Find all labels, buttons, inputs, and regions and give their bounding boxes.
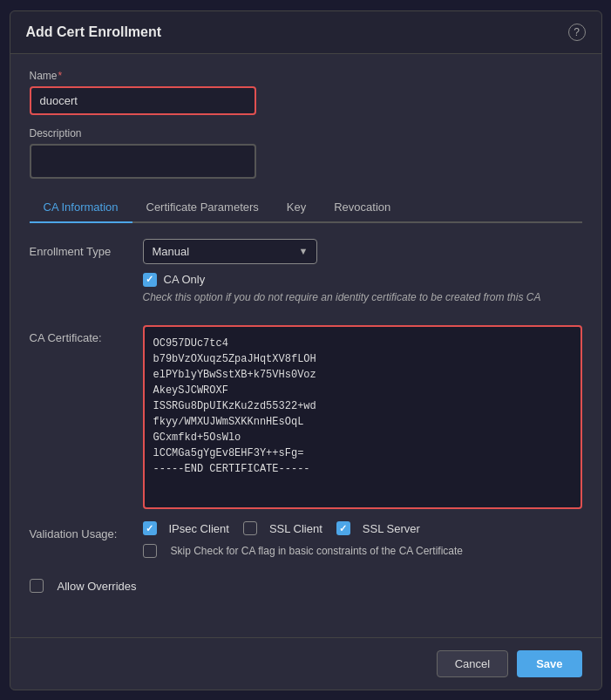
ssl-server-checkbox[interactable] xyxy=(336,521,350,535)
ca-only-checkbox[interactable] xyxy=(143,273,157,287)
tabs-row: CA Information Certificate Parameters Ke… xyxy=(30,193,582,223)
ssl-client-checkbox[interactable] xyxy=(243,521,257,535)
description-input[interactable] xyxy=(30,144,256,179)
validation-usage-label: Validation Usage: xyxy=(30,521,143,540)
name-label: Name xyxy=(30,70,582,82)
ssl-server-label: SSL Server xyxy=(363,522,420,535)
cancel-button[interactable]: Cancel xyxy=(437,650,508,677)
enrollment-type-select[interactable]: Manual SCEP EST xyxy=(143,239,317,264)
ipsec-client-label: IPsec Client xyxy=(169,522,229,535)
ca-only-desc: Check this option if you do not require … xyxy=(143,290,582,305)
save-button[interactable]: Save xyxy=(517,650,581,677)
enrollment-type-row: Enrollment Type Manual SCEP EST ▼ CA Onl… xyxy=(30,239,582,314)
dialog-header: Add Cert Enrollment ? xyxy=(10,11,601,54)
allow-overrides-row: Allow Overrides xyxy=(30,579,582,593)
tab-ca-information[interactable]: CA Information xyxy=(30,193,132,223)
cert-textarea-wrap: OC957DUc7tc4 b79bVzOXuqz5ZpaJHqtXV8fLOH … xyxy=(143,325,582,509)
tab-certificate-parameters[interactable]: Certificate Parameters xyxy=(132,193,273,223)
skip-check-checkbox[interactable] xyxy=(143,544,157,558)
tab-key[interactable]: Key xyxy=(273,193,320,223)
dialog-footer: Cancel Save xyxy=(10,637,601,690)
tab-revocation[interactable]: Revocation xyxy=(320,193,404,223)
ca-info-tab-content: Enrollment Type Manual SCEP EST ▼ CA Onl… xyxy=(30,223,582,609)
validation-checkboxes: IPsec Client SSL Client SSL Server xyxy=(143,521,582,535)
ssl-client-item: SSL Client xyxy=(243,521,322,535)
dialog-title: Add Cert Enrollment xyxy=(26,24,162,40)
allow-overrides-checkbox[interactable] xyxy=(30,579,44,593)
help-icon[interactable]: ? xyxy=(568,24,586,41)
ca-certificate-label: CA Certificate: xyxy=(30,325,143,344)
description-field-group: Description xyxy=(30,127,582,179)
add-cert-enrollment-dialog: Add Cert Enrollment ? Name Description C… xyxy=(10,10,602,690)
description-label: Description xyxy=(30,127,582,139)
validation-usage-content: IPsec Client SSL Client SSL Server xyxy=(143,521,582,558)
ipsec-client-checkbox[interactable] xyxy=(143,521,157,535)
ca-certificate-content: OC957DUc7tc4 b79bVzOXuqz5ZpaJHqtXV8fLOH … xyxy=(143,325,582,509)
ssl-server-item: SSL Server xyxy=(336,521,420,535)
ipsec-client-item: IPsec Client xyxy=(143,521,229,535)
validation-usage-row: Validation Usage: IPsec Client SSL Clien… xyxy=(30,521,582,558)
ca-certificate-row: CA Certificate: OC957DUc7tc4 b79bVzOXuqz… xyxy=(30,325,582,509)
ca-certificate-textarea[interactable]: OC957DUc7tc4 b79bVzOXuqz5ZpaJHqtXV8fLOH … xyxy=(146,329,579,503)
enrollment-type-content: Manual SCEP EST ▼ CA Only Check this opt… xyxy=(143,239,582,314)
ssl-client-label: SSL Client xyxy=(269,522,322,535)
skip-check-label: Skip Check for CA flag in basic constrai… xyxy=(171,545,463,557)
skip-check-row: Skip Check for CA flag in basic constrai… xyxy=(143,544,582,558)
name-input[interactable] xyxy=(30,86,256,115)
dialog-body: Name Description CA Information Certific… xyxy=(10,54,601,637)
enrollment-type-label: Enrollment Type xyxy=(30,239,143,258)
ca-only-row: CA Only xyxy=(143,273,582,287)
ca-only-label: CA Only xyxy=(164,273,206,286)
enrollment-type-select-wrap: Manual SCEP EST ▼ xyxy=(143,239,317,264)
allow-overrides-label: Allow Overrides xyxy=(58,580,137,593)
name-field-group: Name xyxy=(30,70,582,115)
